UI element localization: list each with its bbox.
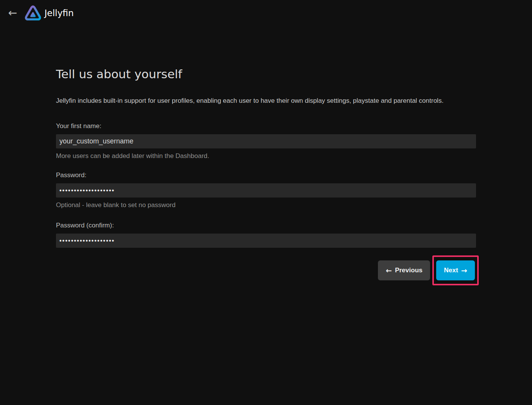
password-confirm-input[interactable] — [56, 234, 476, 248]
password-label: Password: — [56, 171, 476, 179]
previous-button-label: Previous — [395, 267, 422, 274]
jellyfin-logo: Jellyfin — [25, 4, 74, 22]
previous-button[interactable]: ← Previous — [378, 260, 430, 280]
password-helper-text: Optional - leave blank to set no passwor… — [56, 201, 476, 209]
top-bar: ← Jellyfin — [0, 0, 532, 26]
jellyfin-logo-icon — [25, 4, 41, 22]
page-title: Tell us about yourself — [56, 68, 476, 81]
next-button[interactable]: Next → — [436, 260, 475, 280]
password-confirm-label: Password (confirm): — [56, 222, 476, 229]
first-name-field-group: Your first name: More users can be added… — [56, 122, 476, 160]
previous-arrow-icon: ← — [386, 267, 392, 274]
password-field-group: Password: Optional - leave blank to set … — [56, 171, 476, 209]
first-name-label: Your first name: — [56, 122, 476, 130]
page-description: Jellyfin includes built-in support for u… — [56, 97, 476, 105]
back-arrow-icon: ← — [8, 7, 17, 19]
password-input[interactable] — [56, 183, 476, 198]
next-arrow-icon: → — [461, 267, 467, 274]
first-name-input[interactable] — [56, 134, 476, 148]
app-title: Jellyfin — [44, 8, 74, 18]
wizard-user-step: Tell us about yourself Jellyfin includes… — [56, 68, 476, 285]
back-button[interactable]: ← — [6, 8, 19, 18]
wizard-nav-buttons: ← Previous Next → — [56, 255, 476, 285]
next-button-highlight-annotation: Next → — [432, 255, 479, 285]
next-button-label: Next — [444, 267, 458, 274]
first-name-helper-text: More users can be added later within the… — [56, 152, 476, 160]
password-confirm-field-group: Password (confirm): — [56, 222, 476, 248]
